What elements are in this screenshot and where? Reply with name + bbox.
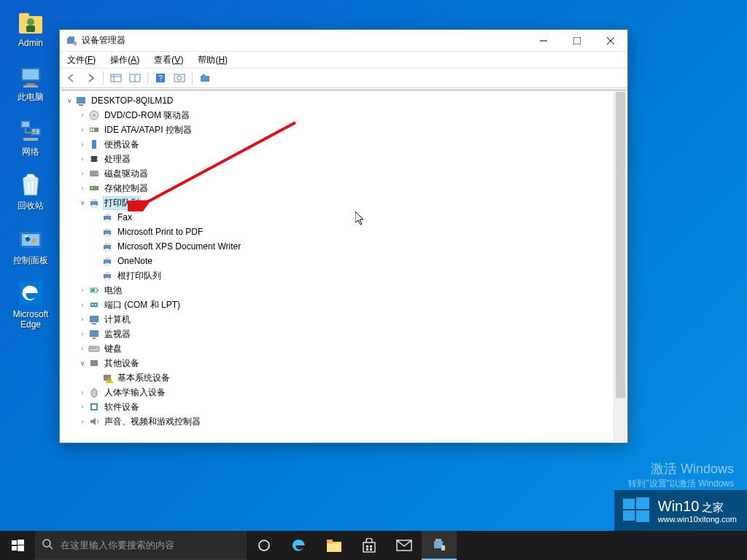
refresh-button[interactable] <box>171 70 188 86</box>
tree-node[interactable]: ∨其他设备 <box>63 356 612 370</box>
menu-help[interactable]: 帮助(H) <box>195 52 231 68</box>
tree-node-label: Microsoft Print to PDF <box>116 227 204 237</box>
tree-node[interactable]: ›电池 <box>63 283 612 298</box>
scan-button[interactable] <box>196 70 214 86</box>
tree-node[interactable]: ›便携设备 <box>63 137 612 152</box>
expand-icon[interactable]: › <box>77 285 88 295</box>
taskbar-edge[interactable] <box>282 531 317 560</box>
taskbar-explorer[interactable] <box>317 531 352 560</box>
desktop-icon-control-panel[interactable]: 控制面板 <box>6 225 55 265</box>
device-tree[interactable]: ∨DESKTOP-8QILM1D›DVD/CD-ROM 驱动器›IDE ATA/… <box>61 90 614 441</box>
properties-button[interactable] <box>126 70 144 86</box>
svg-rect-111 <box>366 548 368 551</box>
tree-leaf[interactable]: OneNote <box>63 254 612 268</box>
tree-node[interactable]: ›人体学输入设备 <box>63 385 612 400</box>
expand-icon[interactable]: › <box>77 343 88 354</box>
tree-node[interactable]: ›端口 (COM 和 LPT) <box>63 298 612 312</box>
minimize-button[interactable] <box>527 30 560 52</box>
tree-leaf[interactable]: Fax <box>63 210 612 225</box>
tree-node[interactable]: ›DVD/CD-ROM 驱动器 <box>63 108 612 122</box>
desktop-icon-recycle[interactable]: 回收站 <box>6 170 55 211</box>
tree-leaf[interactable]: Microsoft XPS Document Writer <box>63 239 612 254</box>
svg-rect-110 <box>370 545 372 548</box>
expand-icon[interactable]: › <box>77 402 88 412</box>
svg-rect-63 <box>105 234 109 236</box>
svg-rect-107 <box>328 544 341 551</box>
svg-rect-46 <box>91 156 97 162</box>
menu-view[interactable]: 查看(V) <box>151 52 186 68</box>
toolbar-separator <box>103 71 104 85</box>
tree-leaf[interactable]: !基本系统设备 <box>63 370 612 385</box>
tree-root[interactable]: ∨DESKTOP-8QILM1D <box>63 93 612 108</box>
svg-rect-79 <box>90 316 98 322</box>
cortana-button[interactable] <box>247 531 282 560</box>
taskbar-store[interactable] <box>352 531 387 560</box>
disk-icon <box>88 168 100 179</box>
tree-node[interactable]: ›计算机 <box>63 312 612 327</box>
expand-icon[interactable]: › <box>77 168 88 179</box>
tree-node[interactable]: ›声音、视频和游戏控制器 <box>63 414 612 429</box>
desktop-icon-admin[interactable]: Admin <box>6 7 55 48</box>
start-button[interactable] <box>0 531 35 560</box>
svg-rect-57 <box>92 205 96 207</box>
expand-icon[interactable]: › <box>77 416 88 427</box>
svg-rect-22 <box>74 42 77 45</box>
svg-point-104 <box>259 540 269 551</box>
tree-node[interactable]: ›软件设备 <box>63 400 612 414</box>
taskbar-device-manager[interactable] <box>422 531 457 560</box>
search-input[interactable] <box>61 540 239 551</box>
svg-point-54 <box>91 187 93 189</box>
svg-rect-5 <box>23 69 39 79</box>
menu-file[interactable]: 文件(F) <box>64 52 98 68</box>
close-button[interactable] <box>594 30 627 52</box>
collapse-icon[interactable]: ∨ <box>77 198 88 208</box>
svg-rect-83 <box>89 346 99 351</box>
back-button[interactable] <box>63 70 80 86</box>
tree-node[interactable]: ›处理器 <box>63 152 612 166</box>
collapse-icon[interactable]: ∨ <box>77 358 88 368</box>
tree-node[interactable]: ›存储控制器 <box>63 181 612 195</box>
desktop-icon-label: Microsoft Edge <box>13 309 49 330</box>
desktop-icon-network[interactable]: 网络 <box>6 116 55 157</box>
menu-action[interactable]: 操作(A) <box>107 52 142 68</box>
svg-point-17 <box>31 238 36 243</box>
expand-icon[interactable]: › <box>77 154 88 164</box>
taskbar-mail[interactable] <box>387 531 422 560</box>
tree-leaf[interactable]: Microsoft Print to PDF <box>63 225 612 239</box>
expand-icon[interactable]: › <box>77 110 88 120</box>
expand-icon[interactable]: › <box>77 139 88 149</box>
tree-node[interactable]: ›键盘 <box>63 341 612 356</box>
desktop-icon-computer[interactable]: 此电脑 <box>6 61 55 102</box>
windows-logo-icon <box>622 496 651 525</box>
vertical-scrollbar[interactable] <box>614 90 626 441</box>
help-button[interactable]: ? <box>152 70 169 86</box>
maximize-button[interactable] <box>560 30 594 52</box>
expand-icon[interactable]: › <box>77 387 88 397</box>
hid-icon <box>88 386 100 398</box>
expand-icon[interactable]: › <box>77 125 88 135</box>
ide-icon <box>88 124 100 136</box>
expand-icon[interactable]: › <box>77 183 88 193</box>
expand-icon[interactable]: › <box>77 314 88 324</box>
tree-node-label: DESKTOP-8QILM1D <box>90 96 174 106</box>
tree-node[interactable]: ›监视器 <box>63 327 612 341</box>
expand-icon[interactable]: › <box>77 300 88 310</box>
svg-rect-3 <box>26 26 35 32</box>
title-bar: 设备管理器 <box>60 30 627 52</box>
printer-icon <box>101 241 113 252</box>
svg-rect-96 <box>623 510 635 521</box>
svg-rect-108 <box>363 542 375 552</box>
tree-node[interactable]: ›磁盘驱动器 <box>63 166 612 181</box>
forward-button[interactable] <box>82 70 99 86</box>
expand-icon[interactable]: › <box>77 329 88 339</box>
scrollbar-thumb[interactable] <box>616 92 625 398</box>
desktop-icon-edge[interactable]: Microsoft Edge <box>6 279 55 330</box>
collapse-icon[interactable]: ∨ <box>64 96 74 106</box>
search-box[interactable] <box>35 531 247 560</box>
tree-node[interactable]: ›IDE ATA/ATAPI 控制器 <box>63 122 612 137</box>
show-hidden-button[interactable] <box>107 70 125 86</box>
tree-node[interactable]: ∨打印队列 <box>63 195 612 210</box>
svg-rect-75 <box>91 289 95 292</box>
tree-leaf[interactable]: 根打印队列 <box>63 268 612 283</box>
tree-node-label: 电池 <box>103 284 123 297</box>
